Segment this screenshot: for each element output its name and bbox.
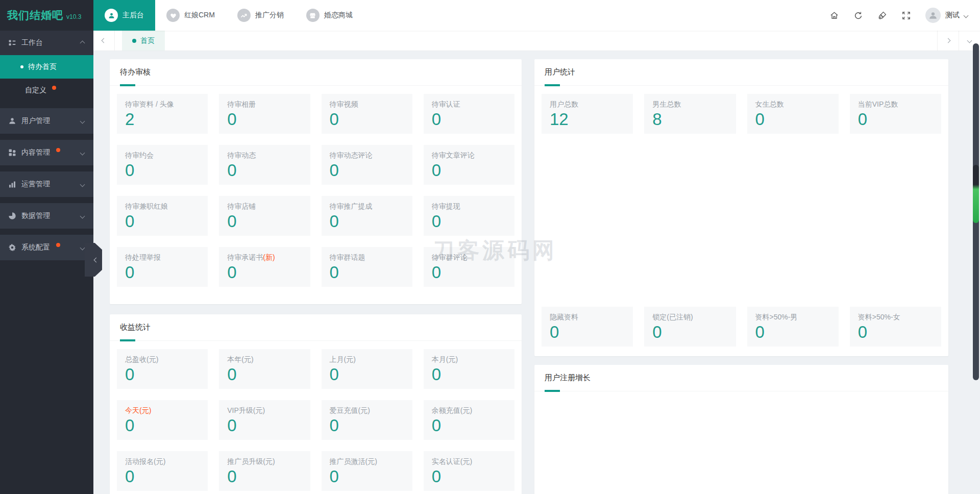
page-tabbar: 首页 xyxy=(93,31,980,51)
stat-box[interactable]: 用户总数 12 xyxy=(542,94,633,134)
tab-home[interactable]: 首页 xyxy=(122,31,165,51)
stat-box[interactable]: 男生总数 8 xyxy=(644,94,736,134)
app-version: v10.3 xyxy=(66,13,81,20)
sidebar-item-data-management[interactable]: 数据管理 xyxy=(0,203,93,229)
card-header: 收益统计 xyxy=(110,314,522,341)
notification-dot xyxy=(52,86,56,90)
stat-box[interactable]: 资料>50%-女 0 xyxy=(850,307,941,347)
stat-box[interactable]: 待审动态评论 0 xyxy=(322,145,412,185)
trend-icon xyxy=(237,9,251,22)
stat-box[interactable]: 待审群评论 0 xyxy=(424,247,514,287)
stat-box[interactable]: 女生总数 0 xyxy=(747,94,839,134)
stat-box[interactable]: 待审认证 0 xyxy=(424,94,514,134)
stat-box[interactable]: 锁定(已注销) 0 xyxy=(644,307,736,347)
user-menu[interactable]: 测试 xyxy=(925,8,968,23)
stat-box[interactable]: 待审相册 0 xyxy=(219,94,310,134)
nav-tab-marriage-mall[interactable]: 婚恋商城 xyxy=(295,0,364,31)
stat-box[interactable]: 当前VIP总数 0 xyxy=(850,94,941,134)
gear-icon xyxy=(8,243,16,252)
stat-box[interactable]: 待审推广提成 0 xyxy=(322,196,412,236)
card-title: 用户注册增长 xyxy=(545,373,591,383)
person-icon xyxy=(105,9,118,22)
stat-box[interactable]: 待审店铺 0 xyxy=(219,196,310,236)
stat-box[interactable]: 待审约会 0 xyxy=(117,145,208,185)
tabs-scroll-left-button[interactable] xyxy=(93,31,115,51)
sidebar-item-content-management[interactable]: 内容管理 xyxy=(0,140,93,165)
stat-box[interactable]: 待审提现 0 xyxy=(424,196,514,236)
tab-active-dot xyxy=(132,39,136,43)
stat-box[interactable]: 待审承诺书(新) 0 xyxy=(219,247,310,287)
sidebar-item-user-management[interactable]: 用户管理 xyxy=(0,108,93,134)
pie-chart-icon xyxy=(8,212,16,220)
stat-box[interactable]: 今天(元) 0 xyxy=(117,400,208,440)
sidebar-collapse-handle[interactable] xyxy=(85,243,102,277)
avatar xyxy=(925,8,941,23)
home-icon[interactable] xyxy=(829,11,839,20)
bar-chart-icon xyxy=(8,180,16,188)
sidebar-item-custom[interactable]: 自定义 xyxy=(0,79,93,102)
chevron-up-icon xyxy=(80,40,85,45)
stat-box[interactable]: 活动报名(元) 0 xyxy=(117,451,208,491)
refresh-icon[interactable] xyxy=(853,11,863,20)
clean-icon[interactable] xyxy=(877,11,887,20)
stat-box[interactable]: 待审群话题 0 xyxy=(322,247,412,287)
sidebar-item-system-config[interactable]: 系统配置 xyxy=(0,235,93,260)
nav-tab-label: 推广分销 xyxy=(255,11,284,20)
nav-tab-label: 红娘CRM xyxy=(184,11,215,20)
notification-dot xyxy=(56,148,60,152)
scrollbar-thumb[interactable] xyxy=(973,165,979,223)
card-revenue-stats: 收益统计 总盈收(元) 0 本年(元) 0 上月(元) 0 本月(元) xyxy=(110,314,522,494)
stat-box[interactable]: 隐藏资料 0 xyxy=(542,307,633,347)
sidebar-item-label: 系统配置 xyxy=(21,243,50,252)
sidebar-item-label: 运营管理 xyxy=(21,180,50,189)
sidebar-item-label: 待办首页 xyxy=(28,62,57,71)
stat-box[interactable]: 资料>50%-男 0 xyxy=(747,307,839,347)
stat-box[interactable]: 实名认证(元) 0 xyxy=(424,451,514,491)
card-user-stats: 用户统计 用户总数 12 男生总数 8 女生总数 0 xyxy=(534,59,948,356)
nav-tab-main-backend[interactable]: 主后台 xyxy=(93,0,155,31)
chevron-down-icon xyxy=(80,150,85,155)
chevron-right-icon xyxy=(946,38,951,43)
stat-box[interactable]: 上月(元) 0 xyxy=(322,349,412,389)
stat-box[interactable]: 总盈收(元) 0 xyxy=(117,349,208,389)
stat-box[interactable]: 待处理举报 0 xyxy=(117,247,208,287)
title-underline xyxy=(545,84,560,86)
card-header: 用户注册增长 xyxy=(534,365,948,391)
stat-box[interactable]: 待审兼职红娘 0 xyxy=(117,196,208,236)
stat-box[interactable]: 爱豆充值(元) 0 xyxy=(322,400,412,440)
stat-box[interactable]: 本月(元) 0 xyxy=(424,349,514,389)
growth-chart-area xyxy=(534,391,948,494)
sidebar-item-todo-home[interactable]: 待办首页 xyxy=(0,55,93,79)
stat-box[interactable]: 待审资料 / 头像 2 xyxy=(117,94,208,134)
nav-tab-promotion[interactable]: 推广分销 xyxy=(226,0,295,31)
sidebar: 我们结婚吧 v10.3 工作台 待办首页 自定义 xyxy=(0,0,93,494)
tabs-scroll-right-button[interactable] xyxy=(937,31,959,51)
card-title: 待办审核 xyxy=(120,67,151,77)
user-stats-grid-bottom: 隐藏资料 0 锁定(已注销) 0 资料>50%-男 0 资料>50%-女 0 xyxy=(534,299,948,356)
sidebar-item-label: 内容管理 xyxy=(21,148,50,157)
title-underline xyxy=(545,390,560,392)
app-title: 我们结婚吧 xyxy=(7,8,63,22)
users-icon xyxy=(8,117,16,125)
stat-box[interactable]: 本年(元) 0 xyxy=(219,349,310,389)
heart-icon xyxy=(166,9,180,22)
user-stats-body: 用户总数 12 男生总数 8 女生总数 0 当前VIP总数 0 xyxy=(534,86,948,356)
stat-box[interactable]: 待审动态 0 xyxy=(219,145,310,185)
stat-box[interactable]: 余额充值(元) 0 xyxy=(424,400,514,440)
stat-box[interactable]: VIP升级(元) 0 xyxy=(219,400,310,440)
chevron-down-icon xyxy=(967,38,972,43)
stat-box[interactable]: 待审视频 0 xyxy=(322,94,412,134)
stat-box[interactable]: 推广员升级(元) 0 xyxy=(219,451,310,491)
fullscreen-icon[interactable] xyxy=(901,11,911,20)
tabbar-spacer xyxy=(165,31,937,51)
nav-tab-matchmaker-crm[interactable]: 红娘CRM xyxy=(155,0,226,31)
card-header: 用户统计 xyxy=(534,59,948,86)
sidebar-item-operations-management[interactable]: 运营管理 xyxy=(0,171,93,197)
user-stats-grid-top: 用户总数 12 男生总数 8 女生总数 0 当前VIP总数 0 xyxy=(534,86,948,134)
tab-label: 首页 xyxy=(140,36,155,45)
stat-box[interactable]: 待审文章评论 0 xyxy=(424,145,514,185)
sidebar-item-workbench[interactable]: 工作台 xyxy=(0,31,93,55)
stat-box[interactable]: 推广员激活(元) 0 xyxy=(322,451,412,491)
admin-dashboard: 我们结婚吧 v10.3 工作台 待办首页 自定义 xyxy=(0,0,980,494)
workbench-submenu: 待办首页 自定义 xyxy=(0,55,93,102)
